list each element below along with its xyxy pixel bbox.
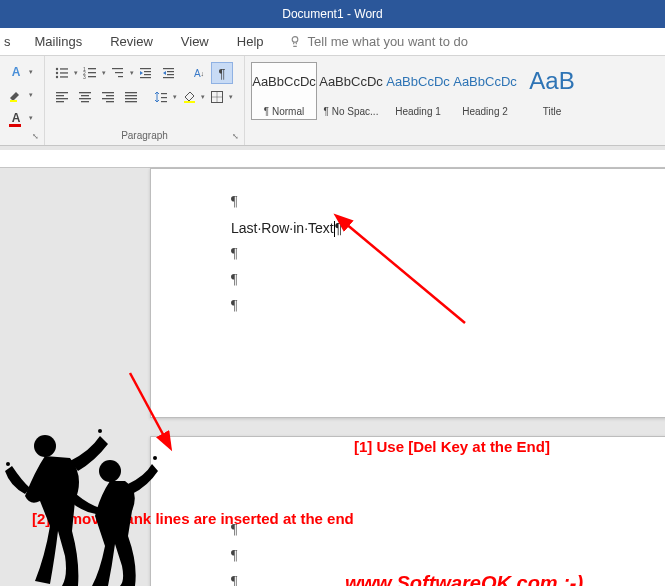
dialog-launcher-icon[interactable]: ⤡ [28, 129, 42, 143]
decrease-indent-button[interactable] [135, 62, 157, 84]
dropdown-arrow-icon[interactable]: ▾ [173, 93, 177, 101]
svg-rect-45 [212, 92, 223, 103]
style-preview: AaB [529, 67, 574, 95]
dropdown-arrow-icon[interactable]: ▾ [201, 93, 205, 101]
paragraph-group-label: Paragraph [51, 130, 238, 143]
style-name: Heading 2 [462, 106, 508, 117]
document-line[interactable]: ¶ [231, 189, 629, 215]
svg-point-6 [56, 76, 58, 78]
paragraph-group: ▾ 123 ▾ ▾ A↓ ¶ ▾ ▾ [45, 56, 245, 145]
svg-rect-9 [88, 68, 96, 69]
style-item-2[interactable]: AaBbCcDcHeading 1 [385, 62, 451, 120]
text-effects-button[interactable]: A [6, 62, 26, 82]
svg-rect-5 [60, 72, 68, 73]
svg-text:3: 3 [83, 74, 86, 80]
style-item-4[interactable]: AaBTitle [519, 62, 585, 120]
outdent-icon [139, 66, 153, 80]
style-preview: AaBbCcDc [252, 67, 316, 95]
show-hide-marks-button[interactable]: ¶ [211, 62, 233, 84]
justify-icon [124, 90, 138, 104]
document-line[interactable]: ¶ [231, 293, 629, 319]
bullets-button[interactable] [51, 62, 73, 84]
numbering-icon: 123 [83, 66, 97, 80]
svg-rect-15 [115, 72, 123, 73]
align-center-button[interactable] [74, 86, 96, 108]
dropdown-arrow-icon[interactable]: ▾ [29, 68, 33, 76]
document-line[interactable]: Last·Row·in·Text¶ [231, 215, 629, 241]
ribbon-tabs: s Mailings Review View Help Tell me what… [0, 28, 665, 56]
dialog-launcher-icon[interactable]: ⤡ [228, 129, 242, 143]
svg-rect-39 [125, 98, 137, 99]
tab-partial[interactable]: s [0, 28, 21, 56]
align-right-button[interactable] [97, 86, 119, 108]
style-item-3[interactable]: AaBbCcDcHeading 2 [452, 62, 518, 120]
svg-rect-11 [88, 72, 96, 73]
document-line[interactable]: ¶ [231, 241, 629, 267]
style-preview: AaBbCcDc [386, 67, 450, 95]
decorative-silhouette [0, 416, 160, 586]
indent-icon [162, 66, 176, 80]
align-left-button[interactable] [51, 86, 73, 108]
tab-help[interactable]: Help [223, 28, 278, 56]
style-name: Title [543, 106, 562, 117]
line-spacing-icon [154, 90, 168, 104]
svg-rect-32 [81, 101, 89, 102]
svg-rect-38 [125, 95, 137, 96]
svg-rect-1 [10, 100, 17, 102]
multilevel-list-button[interactable] [107, 62, 129, 84]
borders-button[interactable] [206, 86, 228, 108]
dropdown-arrow-icon[interactable]: ▾ [74, 69, 78, 77]
svg-rect-36 [106, 101, 114, 102]
document-line[interactable]: ¶ [231, 267, 629, 293]
svg-rect-22 [167, 71, 174, 72]
justify-button[interactable] [120, 86, 142, 108]
lightbulb-icon [288, 35, 302, 49]
tab-mailings[interactable]: Mailings [21, 28, 97, 56]
svg-rect-13 [88, 76, 96, 77]
title-bar: Document1 - Word [0, 0, 665, 28]
svg-rect-7 [60, 76, 68, 77]
dropdown-arrow-icon[interactable]: ▾ [29, 91, 33, 99]
svg-rect-33 [102, 92, 114, 93]
highlighter-icon [8, 87, 24, 103]
dropdown-arrow-icon[interactable]: ▾ [102, 69, 106, 77]
svg-point-51 [99, 460, 121, 482]
tab-view[interactable]: View [167, 28, 223, 56]
shading-button[interactable] [178, 86, 200, 108]
svg-rect-35 [102, 98, 114, 99]
ruler[interactable] [0, 150, 665, 168]
dropdown-arrow-icon[interactable]: ▾ [29, 114, 33, 122]
increase-indent-button[interactable] [158, 62, 180, 84]
svg-point-2 [56, 68, 58, 70]
svg-rect-17 [140, 68, 151, 69]
svg-rect-28 [56, 101, 64, 102]
dropdown-arrow-icon[interactable]: ▾ [229, 93, 233, 101]
style-name: ¶ Normal [264, 106, 304, 117]
highlight-button[interactable] [6, 85, 26, 105]
multilevel-icon [111, 66, 125, 80]
align-center-icon [78, 90, 92, 104]
line-spacing-button[interactable] [150, 86, 172, 108]
annotation-1: [1] Use [Del Key at the End] [354, 438, 550, 455]
svg-point-53 [98, 429, 102, 433]
text-cursor [334, 221, 335, 237]
tab-review[interactable]: Review [96, 28, 167, 56]
document-area: ¶Last·Row·in·Text¶¶¶¶ ¶¶¶ [1] Use [Del K… [0, 168, 665, 586]
style-item-0[interactable]: AaBbCcDc¶ Normal [251, 62, 317, 120]
svg-rect-24 [163, 77, 174, 78]
svg-point-54 [153, 456, 157, 460]
font-color-button[interactable]: A [6, 108, 26, 128]
dropdown-arrow-icon[interactable]: ▾ [130, 69, 134, 77]
svg-rect-29 [79, 92, 91, 93]
style-name: ¶ No Spac... [324, 106, 379, 117]
page-1[interactable]: ¶Last·Row·in·Text¶¶¶¶ [150, 168, 665, 418]
style-item-1[interactable]: AaBbCcDc¶ No Spac... [318, 62, 384, 120]
numbering-button[interactable]: 123 [79, 62, 101, 84]
tell-me-search[interactable]: Tell me what you want to do [288, 34, 468, 49]
document-line[interactable]: ¶ [231, 543, 629, 569]
svg-rect-18 [144, 71, 151, 72]
svg-point-0 [292, 36, 298, 42]
font-group-fragment: A ▾ ▾ A ▾ ⤡ [0, 56, 45, 145]
sort-button[interactable]: A↓ [188, 62, 210, 84]
svg-rect-14 [112, 68, 123, 69]
